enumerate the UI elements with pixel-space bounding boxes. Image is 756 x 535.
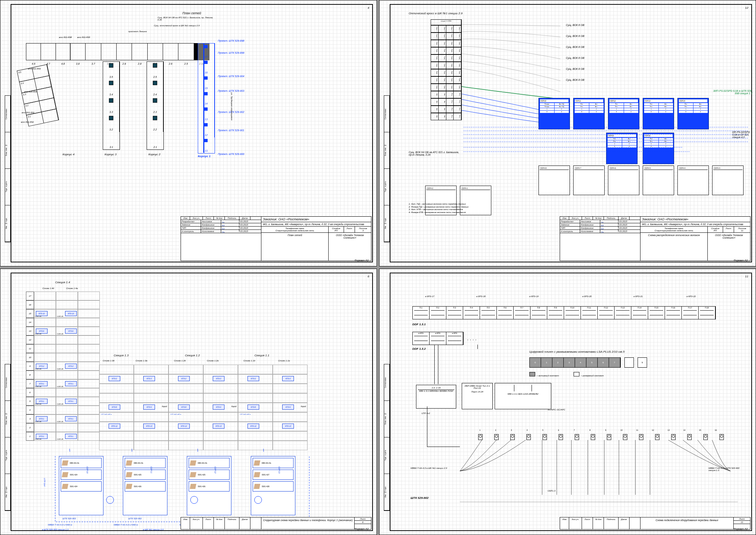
kross-cell: П.4	[463, 307, 480, 319]
svg-point-0	[106, 496, 114, 504]
blue-box-icon	[204, 92, 208, 95]
fiber-port-row	[478, 434, 724, 440]
sec: 2.9	[117, 43, 132, 60]
street-label: проспект Ленина	[128, 30, 147, 33]
titleblock: Изм Кол.уч. Лист № док Подпись Дата Разр…	[181, 216, 371, 261]
kross-cell: в КРЭ	[446, 332, 463, 345]
shtk-tag: Проект. ШТК 529-899	[218, 52, 244, 54]
atp: атп 821-892	[21, 121, 34, 123]
company: ООО «Инлайн Телеком Солюшнс»	[707, 233, 750, 261]
legend: 1. Акт. ПД – активные волокна сети перед…	[409, 203, 469, 214]
section: Секция 1.3	[114, 354, 129, 357]
kross-cell: П.14	[631, 307, 648, 319]
kre-lbl: в КРЭ-20	[582, 295, 591, 297]
odf-blue-block: ODF13 РезАктРезАкт1234	[643, 98, 674, 129]
wire	[434, 345, 435, 384]
note-vok: Сущ. ВОК 64 ОВ на АТС-521 г. Балашиха, п…	[158, 16, 216, 21]
frame: 11 в КРЭ-17 в КРЭ-18 в КРЭ-19 в КРЭ-20 в…	[390, 273, 752, 531]
shtk-tag: Проект. ШТК 529-903	[218, 90, 244, 92]
kross-cell: П.16	[665, 307, 682, 319]
bok-label: Сущ. ВОК 8 ОВ	[566, 68, 584, 70]
sheet-title: Схема подключения оборудования передачи …	[640, 517, 734, 529]
box-icon	[109, 98, 113, 103]
section-top: Секция 1.4	[55, 281, 70, 284]
sheet-name: План сетей	[261, 233, 328, 261]
kross-cell: П.2	[430, 307, 446, 319]
device-box: 1-2..1-16 КВК-1.3.1 MIRI/Mini 3000ВА Р23…	[416, 385, 456, 409]
plan-title: План сетей	[182, 11, 201, 15]
kross-cell: П.11	[581, 307, 598, 319]
kross-cell: П.7	[514, 307, 530, 319]
blue-box-icon	[204, 107, 208, 111]
blue-box-icon	[204, 139, 208, 142]
bok-label: Сущ. ВОК 8 ОВ	[566, 57, 584, 59]
sheet-plan: 4 План сетей проспект Ленина Сущ. ВОК 64…	[0, 0, 377, 266]
ddf2: DDF 1.3.2	[412, 347, 426, 350]
wire	[477, 345, 478, 349]
format: Формат А3	[355, 528, 368, 530]
kross-cell: в КРЭ	[430, 332, 446, 345]
sec: 2.8	[132, 43, 147, 60]
sheet-fiber-scheme: 12 Оптический кросс в ШК №1 секции 2.9 с…	[379, 0, 756, 266]
fiber-port-num: 12345678910111213141516	[478, 429, 718, 431]
box-icon	[153, 63, 157, 68]
blue-box-icon	[204, 76, 208, 80]
sheet-equipment: 11 в КРЭ-17 в КРЭ-18 в КРЭ-19 в КРЭ-20 в…	[379, 269, 756, 535]
building-k3-col: 3.5 3.4 3.3 3.2 3.1	[103, 61, 120, 150]
kross-cell: П.1	[413, 307, 430, 319]
odf-blue-block: ODF10 РезервАкт. ПДРезервАкт. ПД1234	[538, 98, 570, 129]
odf-gray-block: ODF4-8	[538, 166, 570, 195]
stoyak: Стояк 1.1б	[243, 360, 255, 362]
kross-cell: П.6	[497, 307, 514, 319]
svg-point-1	[190, 496, 198, 504]
odf-blue-block: ODF14 РезАктРезАкт1234	[677, 98, 709, 129]
sheet-number: 12	[745, 6, 748, 10]
titleblock-right: Заказчик: ОАО «Ростелеком» МО, г. Балаши…	[261, 217, 371, 261]
odf-gray-block: ODF4-4	[677, 166, 709, 195]
bok-label: Сущ. ВОК 8 ОВ	[566, 24, 584, 26]
korpus4: Корпус 4	[63, 153, 75, 156]
titleblock: Изм Кол.уч. Лист № док Подпись Дата Разр…	[560, 216, 751, 261]
kross-cell: П.9	[547, 307, 564, 319]
kross-cell: П.12	[598, 307, 615, 319]
odf-blue-block: ODF11 РезАктРезАкт1234	[573, 98, 605, 129]
building-k4-lower: 4.5 4.4 4.3 4.2 4.1	[17, 64, 59, 126]
atp: атп 821-894	[24, 91, 37, 93]
section: Секция 1.2	[185, 354, 200, 357]
riser-area: Секция 1.4 Стояк 1.4б Стояк 1.4а 171615К…	[26, 281, 370, 515]
fiber-trunk	[203, 43, 204, 153]
atp: атп 821-891	[22, 111, 34, 114]
stoyak: Стояк 1.2а	[207, 360, 219, 362]
kross-cell: П.18	[699, 307, 715, 319]
left-binding-block: Согласовано Взам. инв. № Подп. и дата Ин…	[384, 95, 390, 242]
odf-gray-block: ODF4-7	[573, 166, 605, 195]
street-right: ул. Трубецкая строящаяся	[231, 92, 233, 120]
wire	[427, 406, 427, 447]
korpus2: Корпус 2	[148, 153, 160, 156]
frame: 6 Секция 1.4 Стояк 1.4б Стояк 1.4а 17161…	[11, 273, 373, 531]
atp: атп 821-893	[28, 68, 41, 70]
titleblock-small: Изм Кол.уч. Лист № док Подпись Дата Схем…	[560, 517, 751, 530]
stoyak: Стояк 1.4б	[42, 287, 54, 289]
bok-label: Сущ. ВОК 8 ОВ	[566, 79, 584, 81]
shtk-tag: Проект. ШТК 529-901	[218, 129, 244, 132]
sec: 2.7	[148, 43, 163, 60]
building-k4-top: 4.6 4.7 4.8	[26, 43, 71, 60]
plan-area: проспект Ленина Сущ. ВОК 64 ОВ на АТС-52…	[26, 27, 347, 192]
korpus1: Корпус 1	[198, 155, 211, 158]
box-icon	[109, 116, 113, 120]
shtk-tag: Проект. ШТК 529-900	[218, 153, 244, 155]
sheet-number: 6	[368, 275, 369, 278]
box-icon	[153, 81, 157, 85]
ellipsis-icon: ....	[467, 336, 478, 341]
atp: атп 821-898	[59, 36, 72, 38]
korpus3: Корпус 3	[105, 153, 117, 156]
blue-box-icon	[204, 123, 208, 126]
sheet-name: Схема распределения оптических волокон	[640, 233, 707, 261]
format: Формат А3	[734, 528, 748, 530]
stoyak: Стояк 1.4а	[66, 287, 78, 289]
fiber-fan-svg	[460, 440, 738, 502]
sec: 4.6	[26, 43, 41, 60]
frame: 12 Оптический кросс в ШК №1 секции 2.9 с…	[390, 4, 752, 262]
stoyak: Стояк 1.3а	[136, 360, 147, 362]
